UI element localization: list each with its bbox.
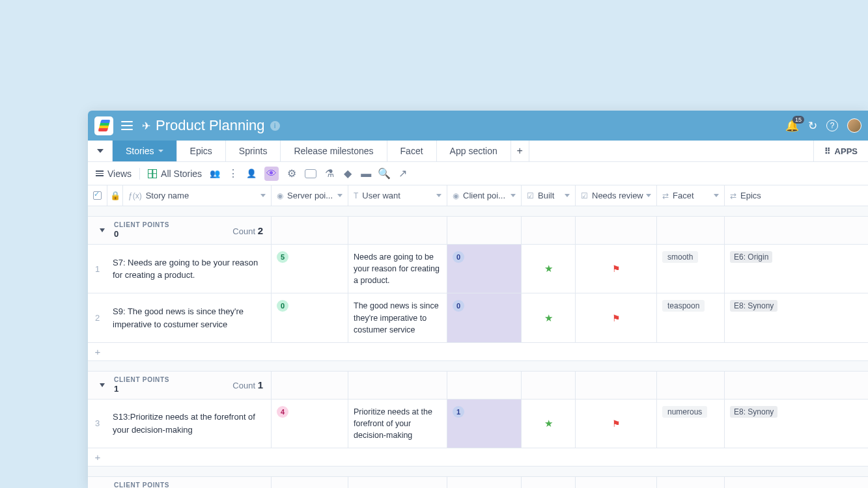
cell-user-want[interactable]: Needs are going to be your reason for cr…: [348, 245, 447, 293]
notification-badge: 15: [792, 116, 804, 124]
cell-facet[interactable]: numerous: [657, 400, 725, 448]
caret-icon[interactable]: [565, 194, 570, 197]
cell-story[interactable]: S9: The good news is since they're imper…: [107, 293, 272, 342]
add-tab-button[interactable]: +: [511, 141, 529, 161]
caret-icon[interactable]: [436, 194, 441, 197]
notifications-button[interactable]: 🔔 15: [785, 119, 799, 133]
table-row[interactable]: 3 S13:Prioritize needs at the forefront …: [88, 400, 868, 448]
layout-icon[interactable]: [305, 169, 316, 178]
table-row[interactable]: 1 S7: Needs are going to be your reason …: [88, 245, 868, 293]
cell-story[interactable]: S13:Prioritize needs at the forefront of…: [107, 400, 272, 448]
column-story-name[interactable]: ƒ(x)Story name: [123, 185, 272, 206]
caret-icon[interactable]: [260, 194, 266, 197]
help-icon[interactable]: ?: [826, 120, 838, 131]
table-row[interactable]: 2 S9: The good news is since they're imp…: [88, 293, 868, 342]
column-headers: 🔒 ƒ(x)Story name ◉Server poi... TUser wa…: [88, 185, 868, 206]
tab-stories[interactable]: Stories: [113, 141, 177, 161]
column-facet[interactable]: ⇄Facet: [657, 185, 725, 206]
apps-button[interactable]: ⠿APPS: [813, 141, 868, 161]
cell-story[interactable]: S7: Needs are going to be your reason fo…: [107, 245, 272, 293]
cell-client-points[interactable]: 0: [447, 293, 522, 342]
caret-icon[interactable]: [337, 194, 343, 197]
app-logo[interactable]: [94, 116, 113, 135]
caret-icon[interactable]: [646, 194, 651, 197]
cell-server-points[interactable]: 5: [272, 245, 348, 293]
check-icon: ☑: [581, 191, 588, 200]
cell-needs-review[interactable]: ⚑: [576, 293, 657, 342]
caret-icon: [158, 150, 163, 152]
cell-epics[interactable]: E8: Synony: [725, 293, 868, 342]
column-epics[interactable]: ⇄Epics: [725, 185, 868, 206]
tab-sprints[interactable]: Sprints: [226, 141, 281, 161]
cell-client-points[interactable]: 1: [447, 400, 522, 448]
cell-built[interactable]: ★: [522, 293, 576, 342]
row-height-icon[interactable]: ▬: [361, 169, 371, 179]
views-button[interactable]: Views: [96, 169, 132, 179]
more-icon[interactable]: ⋮: [228, 169, 238, 179]
cell-client-points[interactable]: 0: [447, 245, 522, 293]
column-needs-review[interactable]: ☑Needs review: [576, 185, 657, 206]
filter-icon[interactable]: ⚗: [324, 169, 335, 179]
group-toggle[interactable]: [100, 383, 105, 387]
cell-facet[interactable]: smooth: [657, 245, 725, 293]
tabs-row: Stories Epics Sprints Release milestones…: [88, 141, 868, 162]
group-toggle[interactable]: [100, 228, 105, 232]
apps-label: APPS: [835, 146, 858, 156]
views-label: Views: [107, 169, 132, 179]
view-name-label: All Stories: [161, 169, 202, 179]
star-icon: ★: [544, 263, 553, 275]
tab-label: Epics: [190, 146, 212, 156]
group-count: Count 2: [232, 225, 263, 236]
column-user-want[interactable]: TUser want: [348, 185, 447, 206]
tab-release[interactable]: Release milestones: [281, 141, 387, 161]
menu-icon[interactable]: [121, 121, 133, 130]
column-built[interactable]: ☑Built: [522, 185, 576, 206]
tab-app-section[interactable]: App section: [437, 141, 511, 161]
grid-icon: [148, 169, 157, 178]
paint-icon[interactable]: ◆: [343, 169, 353, 179]
group-value: 0: [114, 229, 232, 239]
cell-user-want[interactable]: Prioritize needs at the forefront of you…: [348, 400, 447, 448]
user-avatar[interactable]: [847, 118, 861, 133]
share-people-icon[interactable]: 👤: [246, 169, 257, 179]
export-icon[interactable]: ↗: [397, 169, 408, 179]
cell-facet[interactable]: teaspoon: [657, 293, 725, 342]
search-icon[interactable]: 🔍: [379, 169, 389, 179]
add-row[interactable]: +: [88, 343, 868, 361]
star-icon: ★: [544, 418, 553, 429]
people-icon[interactable]: 👥: [210, 169, 220, 179]
cell-epics[interactable]: E8: Synony: [725, 400, 868, 448]
tab-facet[interactable]: Facet: [387, 141, 437, 161]
caret-icon[interactable]: [511, 194, 516, 197]
tab-label: Stories: [126, 146, 154, 156]
row-number: 2: [88, 293, 107, 342]
column-client-points[interactable]: ◉Client poi...: [447, 185, 522, 206]
cell-needs-review[interactable]: ⚑: [576, 245, 657, 293]
rocket-icon: ✈: [142, 120, 150, 132]
group-label: CLIENT POINTS: [114, 481, 232, 488]
tab-expand-button[interactable]: [88, 141, 113, 161]
link-icon: ⇄: [730, 191, 736, 200]
chevron-down-icon: [97, 149, 104, 153]
select-all-checkbox[interactable]: [88, 185, 107, 206]
cell-epics[interactable]: E6: Origin: [725, 245, 868, 293]
column-server-points[interactable]: ◉Server poi...: [272, 185, 348, 206]
add-row[interactable]: +: [88, 448, 868, 467]
caret-icon[interactable]: [714, 194, 719, 197]
cell-server-points[interactable]: 0: [272, 293, 348, 342]
history-icon[interactable]: ↻: [808, 119, 817, 133]
group-header: CLIENT POINTS 2 Count 3: [88, 476, 868, 488]
cell-needs-review[interactable]: ⚑: [576, 400, 657, 448]
sliders-icon[interactable]: ⚙: [287, 169, 297, 179]
cell-server-points[interactable]: 4: [272, 400, 348, 448]
tab-epics[interactable]: Epics: [177, 141, 226, 161]
check-icon: ☑: [527, 191, 534, 200]
cell-built[interactable]: ★: [522, 400, 576, 448]
cell-built[interactable]: ★: [522, 245, 576, 293]
visibility-icon[interactable]: 👁: [264, 167, 279, 181]
app-header: ✈ Product Planning i 🔔 15 ↻ ?: [88, 111, 868, 141]
all-stories-view[interactable]: All Stories: [148, 169, 202, 179]
info-icon[interactable]: i: [270, 121, 280, 131]
flag-icon: ⚑: [612, 264, 621, 274]
cell-user-want[interactable]: The good news is since they're imperativ…: [348, 293, 447, 342]
